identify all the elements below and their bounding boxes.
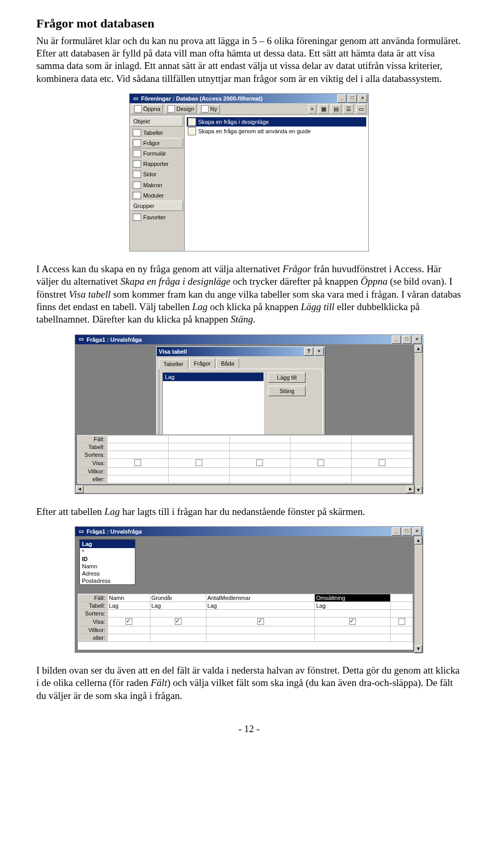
window-title: Föreningar : Databas (Access 2000-filfor…: [141, 95, 337, 102]
maximize-button[interactable]: □: [402, 527, 411, 536]
row-criteria-label: Villkor:: [78, 467, 107, 475]
show-checkbox[interactable]: [126, 618, 132, 625]
tab-tables[interactable]: Tabeller: [159, 359, 188, 369]
toolbar: Öppna Design Ny × ▦ ▤ ☰ ▭: [130, 103, 368, 115]
open-button[interactable]: Öppna: [132, 104, 163, 114]
show-checkbox[interactable]: [175, 618, 182, 625]
view-detail-button[interactable]: ▭: [356, 104, 366, 114]
field-item[interactable]: Namn: [80, 563, 135, 570]
row-show-label: Visa:: [78, 458, 107, 467]
screenshot-show-table: ▭ Fråga1 : Urvalsfråga _ □ × Visa tabell…: [75, 334, 423, 494]
new-button[interactable]: Ny: [199, 104, 219, 114]
tabstrip: Tabeller Frågor Båda: [157, 356, 325, 369]
open-label: Öppna: [143, 105, 160, 113]
new-icon: [201, 105, 209, 113]
row-or-label: eller:: [78, 475, 107, 483]
field-item[interactable]: Adress: [80, 570, 135, 577]
window-title: Fråga1 : Urvalsfråga: [87, 528, 392, 535]
close-button[interactable]: ×: [412, 335, 422, 344]
table-icon: [133, 129, 141, 136]
dialog-close-button[interactable]: ×: [314, 347, 324, 356]
show-checkbox[interactable]: [349, 618, 356, 625]
report-icon: [133, 160, 141, 167]
nav-forms[interactable]: Formulär: [131, 148, 183, 159]
field-item[interactable]: ID: [80, 555, 135, 563]
titlebar[interactable]: ▭ Fråga1 : Urvalsfråga _ □ ×: [75, 527, 423, 536]
maximize-button[interactable]: □: [402, 335, 411, 344]
item-list: Skapa en fråga i designläge Skapa en frå…: [185, 115, 368, 251]
show-checkbox[interactable]: [379, 459, 385, 466]
grid-cell[interactable]: Lag: [150, 602, 206, 610]
close-button[interactable]: ×: [358, 94, 367, 103]
object-bar: Objekt Tabeller Frågor Formulär Rapporte…: [130, 115, 185, 251]
nav-modules[interactable]: Moduler: [131, 190, 183, 201]
grid-cell[interactable]: AntalMedlemmar: [206, 594, 315, 601]
nav-reports[interactable]: Rapporter: [131, 159, 183, 169]
maximize-button[interactable]: □: [348, 94, 357, 103]
nav-favorites[interactable]: Favoriter: [131, 212, 183, 222]
dialog-titlebar[interactable]: Visa tabell ? ×: [157, 347, 325, 356]
paragraph-2: I Access kan du skapa en ny fråga genom …: [36, 263, 462, 326]
page-number: - 12 -: [36, 723, 462, 735]
new-label: Ny: [210, 105, 217, 113]
add-button[interactable]: Lägg till: [268, 372, 306, 383]
nav-macros[interactable]: Makron: [131, 180, 183, 190]
show-checkbox[interactable]: [317, 459, 324, 466]
field-item[interactable]: Postadress: [80, 577, 135, 584]
paragraph-4: I bilden ovan ser du även att en del fäl…: [36, 664, 462, 702]
delete-button[interactable]: ×: [308, 104, 316, 114]
grid-cell[interactable]: Namn: [108, 594, 150, 601]
help-button[interactable]: ?: [304, 347, 313, 356]
minimize-button[interactable]: _: [392, 527, 401, 536]
row-field-label: Fält:: [78, 435, 107, 443]
tab-queries[interactable]: Frågor: [189, 358, 215, 369]
titlebar[interactable]: ▭ Föreningar : Databas (Access 2000-filf…: [130, 94, 368, 103]
create-query-wizard[interactable]: Skapa en fråga genom att använda en guid…: [187, 127, 366, 136]
field-list[interactable]: Lag * ID Namn Adress Postadress: [79, 539, 135, 585]
page-icon: [133, 171, 141, 178]
view-small-button[interactable]: ▤: [331, 104, 341, 114]
close-dialog-button[interactable]: Stäng: [268, 386, 306, 396]
module-icon: [133, 192, 141, 199]
macro-icon: [133, 181, 141, 189]
row-table-label: Tabell:: [78, 602, 108, 610]
window-title: Fråga1 : Urvalsfråga: [87, 336, 392, 343]
design-button[interactable]: Design: [165, 104, 197, 114]
list-item[interactable]: Lag: [163, 373, 264, 381]
show-checkbox[interactable]: [257, 618, 264, 625]
minimize-button[interactable]: _: [337, 94, 347, 103]
grid-cell[interactable]: Grundår: [150, 594, 206, 601]
grid-cell[interactable]: Lag: [206, 602, 315, 610]
create-query-design[interactable]: Skapa en fråga i designläge: [187, 117, 366, 127]
nav-pages[interactable]: Sidor: [131, 169, 183, 179]
open-icon: [134, 105, 142, 113]
fieldlist-title[interactable]: Lag: [80, 540, 135, 548]
view-list-button[interactable]: ☰: [343, 104, 354, 114]
view-large-button[interactable]: ▦: [319, 104, 329, 114]
close-button[interactable]: ×: [412, 527, 422, 536]
grid-cell[interactable]: Lag: [108, 602, 150, 610]
horizontal-scrollbar[interactable]: ◄►: [75, 485, 415, 494]
titlebar[interactable]: ▭ Fråga1 : Urvalsfråga _ □ ×: [75, 335, 423, 344]
show-checkbox[interactable]: [398, 618, 405, 625]
vertical-scrollbar[interactable]: ▲▼: [414, 344, 423, 494]
vertical-scrollbar[interactable]: ▲▼: [414, 536, 423, 653]
show-checkbox[interactable]: [134, 459, 141, 466]
query-grid[interactable]: Fält: Tabell: Sortera: Visa: Villkor: el…: [77, 435, 413, 484]
show-checkbox[interactable]: [196, 459, 202, 466]
show-checkbox[interactable]: [256, 459, 263, 466]
tab-both[interactable]: Båda: [216, 358, 239, 369]
minimize-button[interactable]: _: [392, 335, 401, 344]
dialog-title: Visa tabell: [159, 348, 304, 355]
row-criteria-label: Villkor:: [78, 626, 108, 634]
grid-cell[interactable]: Lag: [315, 602, 391, 610]
nav-queries[interactable]: Frågor: [131, 138, 183, 148]
grid-cell[interactable]: Omsättning: [315, 594, 391, 601]
nav-label: Rapporter: [143, 160, 169, 167]
row-or-label: eller:: [78, 634, 108, 642]
query-grid[interactable]: Fält: Namn Grundår AntalMedlemmar Omsätt…: [77, 593, 413, 650]
nav-tables[interactable]: Tabeller: [131, 128, 183, 138]
nav-label: Formulär: [143, 150, 166, 157]
field-item[interactable]: *: [80, 548, 135, 555]
nav-label: Frågor: [143, 139, 160, 147]
